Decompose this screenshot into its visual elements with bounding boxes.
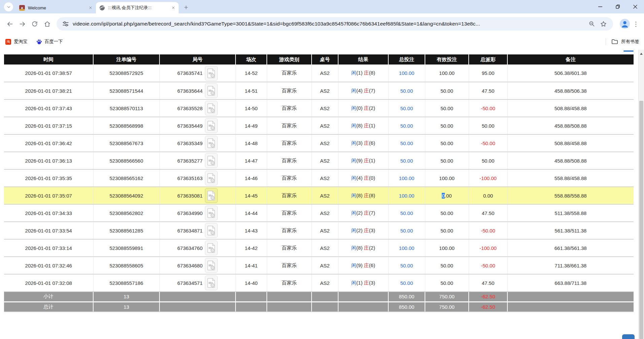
- site-settings-icon[interactable]: [62, 20, 69, 28]
- video-replay-button[interactable]: [205, 276, 218, 290]
- globe-favicon: [99, 5, 105, 11]
- total-bet-link[interactable]: 100.00: [399, 245, 415, 251]
- cell-round-no: 673635163: [159, 169, 236, 187]
- cell-total-payout: 47.50: [469, 274, 507, 292]
- tab-close-icon[interactable]: [170, 5, 176, 11]
- video-replay-button[interactable]: [205, 188, 218, 203]
- selected-text: 0: [442, 193, 444, 199]
- total-bet-link[interactable]: 50.00: [400, 88, 413, 94]
- cell-total-bet: 50.00: [388, 82, 425, 99]
- reload-icon[interactable]: [29, 18, 40, 30]
- column-header-time: 时间: [4, 54, 93, 65]
- restore-button[interactable]: [609, 0, 627, 13]
- total-bet-link[interactable]: 100.00: [399, 193, 415, 199]
- tab-close-icon[interactable]: [87, 5, 93, 11]
- video-replay-button[interactable]: [205, 258, 218, 273]
- cell-table-no: AS2: [312, 82, 338, 99]
- scrollbar-thumb[interactable]: [639, 101, 643, 339]
- cell-round-no: 673635081: [159, 187, 236, 204]
- bookmark-baidu[interactable]: 百度一下: [36, 39, 63, 45]
- cell-remark: 711.38/661.38: [507, 257, 634, 274]
- cell-round-no: 673635644: [159, 82, 236, 99]
- total-bet-link[interactable]: 100.00: [399, 175, 415, 181]
- video-replay-button[interactable]: [205, 83, 218, 98]
- video-replay-button[interactable]: [205, 171, 218, 185]
- url-text: videoie.com/ipl/portal.php/game/betrecor…: [73, 21, 586, 27]
- tab-search-chevron-icon[interactable]: [4, 2, 13, 11]
- cell-remark: 561.38/511.38: [507, 222, 634, 239]
- table-row: 2026-01-01 07:36:13 523088566560 6736352…: [4, 152, 634, 169]
- cell-total-bet: 50.00: [388, 99, 425, 117]
- cell-game-type: 百家乐: [267, 239, 312, 257]
- cell-remark: 558.88/458.88: [507, 169, 634, 187]
- tab-welcome[interactable]: ♠ Welcome: [16, 2, 96, 13]
- close-window-button[interactable]: [627, 0, 644, 13]
- forward-icon[interactable]: [16, 18, 28, 30]
- cell-valid-bet: 50.00: [425, 222, 469, 239]
- cell-time: 2026-01-01 07:37:15: [4, 117, 93, 134]
- zoom-out-icon[interactable]: [586, 18, 598, 30]
- page-scrollbar[interactable]: [638, 50, 644, 339]
- cell-time: 2026-01-01 07:32:08: [4, 274, 93, 292]
- back-icon[interactable]: [4, 18, 15, 30]
- summary-row: 小计 13 850.00 750.00 -62.50: [4, 292, 634, 302]
- back-to-top-button[interactable]: [622, 334, 635, 339]
- cell-bet-no: 523088562802: [93, 204, 159, 222]
- summary-row: 总计 13 850.00 750.00 -62.50: [4, 302, 634, 312]
- page-accent-line: [623, 50, 634, 52]
- home-icon[interactable]: [41, 18, 53, 30]
- scrollbar-up-arrow-icon[interactable]: [640, 53, 643, 55]
- video-replay-button[interactable]: [205, 153, 218, 168]
- cell-remark: 458.88/508.88: [507, 117, 634, 134]
- summary-count: 13: [93, 292, 159, 302]
- cell-time: 2026-01-01 07:36:13: [4, 152, 93, 169]
- cell-total-bet: 50.00: [388, 274, 425, 292]
- bookmark-taobao[interactable]: 淘 爱淘宝: [5, 39, 28, 45]
- total-bet-link[interactable]: 100.00: [399, 70, 415, 76]
- cell-bet-no: 523088567673: [93, 134, 159, 152]
- profile-avatar[interactable]: [620, 19, 630, 29]
- total-bet-link[interactable]: 50.00: [400, 105, 413, 111]
- video-replay-button[interactable]: [205, 101, 218, 116]
- cell-valid-bet: 50.00: [425, 274, 469, 292]
- total-bet-link[interactable]: 50.00: [400, 210, 413, 216]
- video-replay-button[interactable]: [205, 118, 218, 133]
- cell-total-payout: 0.00: [469, 187, 507, 204]
- video-replay-button[interactable]: [205, 66, 218, 81]
- cell-time: 2026-01-01 07:37:43: [4, 99, 93, 117]
- video-replay-button[interactable]: [205, 241, 218, 255]
- cell-session: 14-51: [236, 82, 267, 99]
- cell-valid-bet: 50.00: [425, 82, 469, 99]
- column-header-valid-bet: 有效投注: [425, 54, 469, 65]
- minimize-button[interactable]: [592, 0, 609, 13]
- cell-valid-bet: 100.00: [425, 65, 469, 82]
- cell-game-type: 百家乐: [267, 257, 312, 274]
- table-row: 2026-01-01 07:37:15 523088568998 6736354…: [4, 117, 634, 134]
- total-bet-link[interactable]: 50.00: [400, 158, 413, 164]
- cell-game-type: 百家乐: [267, 117, 312, 134]
- url-bar[interactable]: videoie.com/ipl/portal.php/game/betrecor…: [57, 17, 613, 31]
- summary-label: 小计: [4, 292, 93, 302]
- cell-total-bet: 100.00: [388, 187, 425, 204]
- total-bet-link[interactable]: 50.00: [400, 140, 413, 146]
- video-file-icon: [207, 225, 216, 236]
- column-header-bet-no: 注单编号: [93, 54, 159, 65]
- video-replay-button[interactable]: [205, 223, 218, 238]
- cell-result: 闲(8) 庄(2): [338, 239, 388, 257]
- cell-total-bet: 50.00: [388, 257, 425, 274]
- cell-total-bet: 50.00: [388, 204, 425, 222]
- new-tab-button[interactable]: [181, 3, 191, 12]
- total-bet-link[interactable]: 50.00: [400, 123, 413, 129]
- all-bookmarks[interactable]: 所有书签: [606, 38, 639, 45]
- video-replay-button[interactable]: [205, 136, 218, 151]
- total-bet-link[interactable]: 50.00: [400, 263, 413, 268]
- tab-bet-records[interactable]: :::视讯 会员下注纪录:::: [96, 2, 179, 13]
- video-replay-button[interactable]: [205, 206, 218, 220]
- cell-valid-bet: 50.00: [425, 204, 469, 222]
- bookmark-star-icon[interactable]: [598, 18, 609, 30]
- total-bet-link[interactable]: 50.00: [400, 280, 413, 286]
- total-bet-link[interactable]: 50.00: [400, 228, 413, 234]
- table-row: 2026-01-01 07:38:21 523088571544 6736356…: [4, 82, 634, 99]
- cell-total-bet: 100.00: [388, 239, 425, 257]
- browser-menu-icon[interactable]: ⋮: [632, 18, 640, 30]
